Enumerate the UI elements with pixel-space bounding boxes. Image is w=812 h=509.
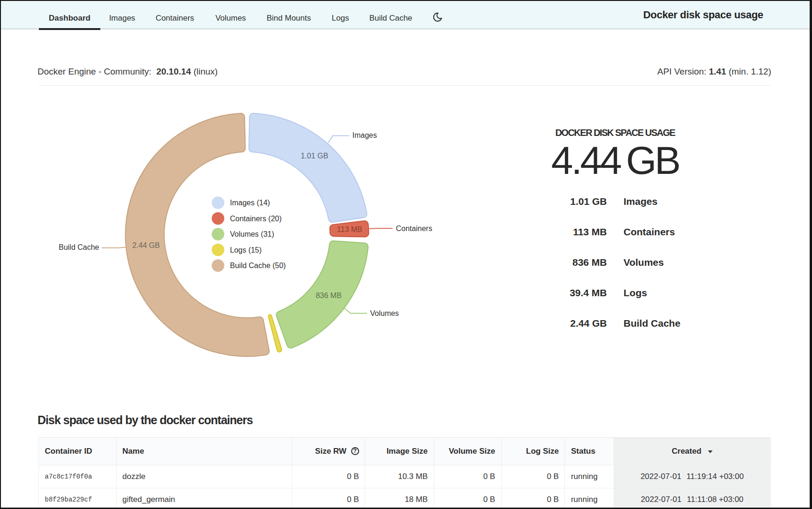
svg-text:Images: Images xyxy=(353,131,377,139)
svg-text:1.01 GB: 1.01 GB xyxy=(301,152,328,160)
svg-text:Volumes: Volumes xyxy=(370,309,399,317)
svg-text:Build Cache: Build Cache xyxy=(59,243,99,251)
svg-text:Containers (20): Containers (20) xyxy=(230,215,282,223)
svg-text:Images (14): Images (14) xyxy=(230,199,270,207)
svg-text:Containers: Containers xyxy=(396,225,432,232)
svg-text:Volumes (31): Volumes (31) xyxy=(230,230,274,238)
svg-text:Build Cache (50): Build Cache (50) xyxy=(230,262,286,269)
svg-text:836 MB: 836 MB xyxy=(316,292,341,299)
svg-text:2.44 GB: 2.44 GB xyxy=(132,241,160,249)
svg-text:Logs (15): Logs (15) xyxy=(230,246,262,254)
svg-text:113 MB: 113 MB xyxy=(337,225,362,233)
